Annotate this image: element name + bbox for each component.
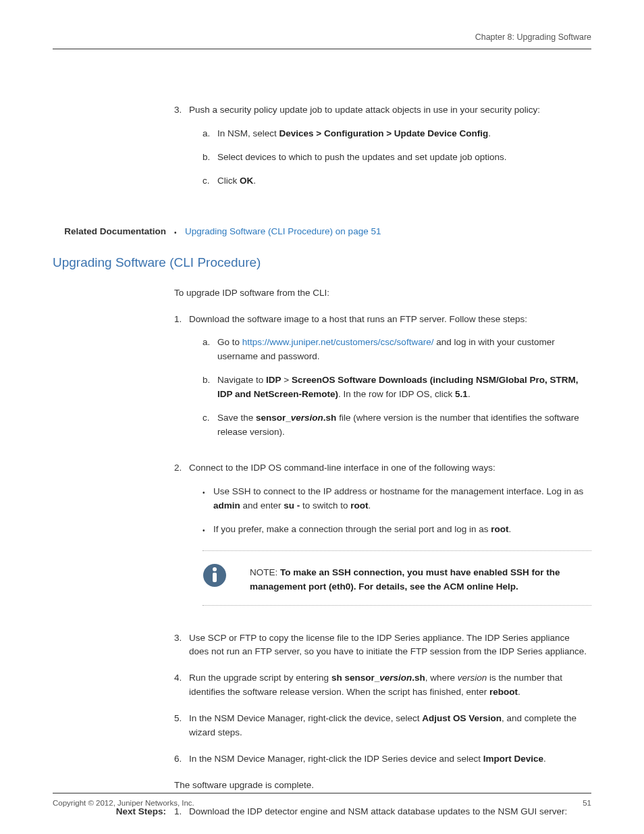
list-item: b. Navigate to IDP > ScreenOS Software D… [203,373,591,402]
note-text: NOTE: To make an SSH connection, you mus… [244,562,591,594]
list-item: 3. Push a security policy update job to … [174,103,591,198]
chapter-label: Chapter 8: Upgrading Software [475,32,591,42]
page-footer: Copyright © 2012, Juniper Networks, Inc.… [53,793,591,807]
list-item: c. Save the sensor_version.sh file (wher… [203,411,591,440]
page-content: 3. Push a security policy update job to … [53,49,591,819]
list-item: 4. Run the upgrade script by entering sh… [174,671,591,700]
related-label: Related Documentation [53,225,174,239]
next-steps-label: Next Steps: [53,805,174,819]
bullet-icon: • [174,225,185,239]
next-steps: Next Steps: 1. Download the IDP detector… [53,805,591,819]
list-item: c. Click OK. [203,174,591,188]
note-box: NOTE: To make an SSH connection, you mus… [203,550,591,606]
list-item: a. Go to https://www.juniper.net/custome… [203,336,591,364]
section-title: Upgrading Software (CLI Procedure) [53,255,591,270]
list-item: 1. Download the software image to a host… [174,313,591,449]
item-number: 3. [174,103,189,198]
page: Chapter 8: Upgrading Software 3. Push a … [0,0,644,834]
bullet-icon: • [203,523,213,537]
item-number: 1. [174,313,189,449]
list-item: b. Select devices to which to push the u… [203,151,591,165]
bullet-icon: • [203,485,213,513]
list-item: • If you prefer, make a connection throu… [203,523,591,537]
item-number: c. [203,174,217,188]
download-url-link[interactable]: https://www.juniper.net/customers/csc/so… [242,337,434,347]
info-icon [203,563,227,588]
completion-text: The software upgrade is complete. [174,779,591,793]
section-body: To upgrade IDP software from the CLI: 1.… [174,286,591,793]
intro-text: To upgrade IDP software from the CLI: [174,286,591,301]
copyright: Copyright © 2012, Juniper Networks, Inc. [53,799,194,807]
list-item: 2. Connect to the IDP OS command-line in… [174,461,591,619]
page-number: 51 [583,799,591,807]
running-header: Chapter 8: Upgrading Software [53,32,591,49]
item-body: Push a security policy update job to upd… [189,103,591,198]
list-item: 5. In the NSM Device Manager, right-clic… [174,712,591,740]
list-item: 1. Download the IDP detector engine and … [174,805,591,819]
item-number: b. [203,151,217,165]
list-item: 3. Use SCP or FTP to copy the license fi… [174,631,591,660]
list-item: a. In NSM, select Devices > Configuratio… [203,127,591,141]
step-3-block: 3. Push a security policy update job to … [174,103,591,198]
item-number: a. [203,127,217,141]
related-documentation: Related Documentation • Upgrading Softwa… [53,225,591,239]
list-item: • Use SSH to connect to the IP address o… [203,485,591,513]
svg-point-1 [213,567,217,571]
related-link[interactable]: Upgrading Software (CLI Procedure) on pa… [185,225,381,239]
svg-rect-2 [213,573,217,582]
list-item: 6. In the NSM Device Manager, right-clic… [174,752,591,766]
